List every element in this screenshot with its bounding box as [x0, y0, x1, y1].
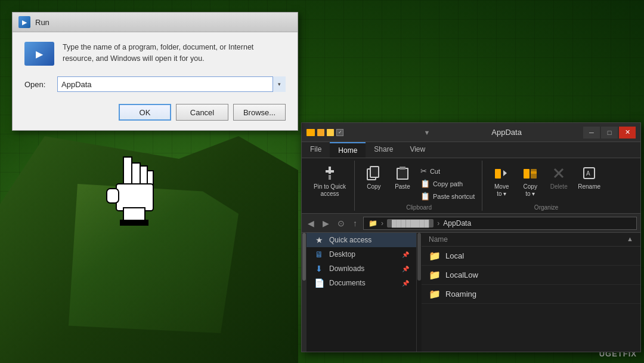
- paste-icon: [394, 165, 411, 182]
- sidebar-item-documents[interactable]: 📄 Documents 📌: [306, 276, 416, 290]
- ribbon-group-pin: Pin to Quickaccess: [305, 161, 355, 211]
- sort-indicator: ▲: [627, 235, 633, 242]
- paste-label: Paste: [395, 183, 410, 190]
- svg-rect-21: [524, 171, 530, 179]
- file-name-roaming: Roaming: [445, 290, 476, 299]
- organize-items: Moveto ▾ Copyto ▾: [488, 161, 604, 202]
- desktop-icon: 🖥: [314, 250, 324, 259]
- documents-icon: 📄: [314, 278, 324, 288]
- downloads-pin-icon: 📌: [402, 266, 409, 272]
- file-item-localow[interactable]: 📁 LocalLow: [422, 266, 640, 285]
- run-input[interactable]: [57, 76, 286, 92]
- close-button[interactable]: ✕: [619, 127, 636, 139]
- delete-label: Delete: [550, 183, 568, 190]
- up-button-recent[interactable]: ⊙: [335, 217, 347, 229]
- folder-icon-localow: 📁: [429, 269, 441, 281]
- delete-button[interactable]: Delete: [546, 163, 572, 192]
- svg-marker-19: [503, 170, 507, 176]
- desktop-pin-icon: 📌: [402, 251, 409, 258]
- move-to-button[interactable]: Moveto ▾: [488, 163, 515, 199]
- file-item-roaming[interactable]: 📁 Roaming: [422, 285, 640, 304]
- svg-text:A: A: [586, 170, 590, 177]
- address-folder-icon: 📁: [369, 219, 377, 227]
- explorer-titlebar: ✓ ▼ AppData ─ □ ✕: [302, 123, 640, 142]
- copy-path-icon: 📋: [420, 179, 430, 188]
- col-name-header: Name: [429, 235, 633, 244]
- run-open-label: Open:: [24, 80, 51, 89]
- sidebar-scrollbar[interactable]: [302, 233, 306, 352]
- run-ok-button[interactable]: OK: [119, 104, 171, 121]
- sidebar-quick-access[interactable]: ★ Quick access: [306, 233, 416, 247]
- run-body: Type the name of a program, folder, docu…: [13, 32, 298, 130]
- copy-button[interactable]: Copy: [361, 163, 387, 192]
- address-separator2: ›: [437, 219, 439, 227]
- minecraft-block-2: [60, 184, 239, 333]
- file-name-localow: LocalLow: [445, 270, 478, 279]
- svg-rect-18: [495, 171, 501, 179]
- tab-view[interactable]: View: [401, 142, 434, 158]
- folder-icon-1: [306, 129, 315, 136]
- clipboard-group-label: Clipboard: [406, 204, 432, 211]
- address-input[interactable]: 📁 › ████████ › AppData: [363, 217, 637, 230]
- folder-icon-roaming: 📁: [429, 288, 441, 300]
- clipboard-small-buttons: ✂ Cut 📋 Copy path 📋 Paste shortcut: [418, 163, 477, 202]
- maximize-button[interactable]: □: [601, 127, 618, 139]
- pin-label: Pin to Quickaccess: [314, 183, 346, 198]
- back-button[interactable]: ◀: [305, 217, 317, 229]
- run-browse-button[interactable]: Browse...: [233, 104, 286, 121]
- explorer-title-icons: ✓: [306, 129, 343, 136]
- minimize-button[interactable]: ─: [583, 127, 600, 139]
- run-titlebar: ▶ Run: [13, 13, 298, 32]
- ribbon-group-clipboard: Copy Paste: [356, 161, 482, 211]
- cut-icon: ✂: [420, 167, 427, 176]
- cut-button[interactable]: ✂ Cut: [418, 165, 477, 177]
- file-scrollbar[interactable]: [417, 233, 422, 352]
- titlebar-chevron: ▼: [423, 129, 430, 136]
- svg-rect-23: [531, 171, 537, 179]
- paste-shortcut-icon: 📋: [420, 192, 430, 201]
- svg-rect-10: [329, 175, 331, 180]
- run-cancel-button[interactable]: Cancel: [176, 104, 228, 121]
- forward-button[interactable]: ▶: [320, 217, 332, 229]
- checkmark-icon: ✓: [336, 129, 343, 136]
- quick-access-icon: ★: [314, 235, 324, 245]
- paste-shortcut-button[interactable]: 📋 Paste shortcut: [418, 190, 477, 202]
- run-dialog: ▶ Run Type the name of a program, folder…: [12, 12, 298, 131]
- rename-button[interactable]: A Rename: [574, 163, 604, 192]
- sidebar-item-desktop[interactable]: 🖥 Desktop 📌: [306, 247, 416, 262]
- copy-label: Copy: [367, 183, 380, 190]
- delete-icon: [550, 165, 567, 182]
- svg-rect-15: [397, 168, 408, 179]
- copy-to-button[interactable]: Copyto ▾: [517, 163, 543, 199]
- paste-button[interactable]: Paste: [389, 163, 416, 192]
- organize-group-label: Organize: [534, 204, 559, 211]
- file-item-local[interactable]: 📁 Local: [422, 247, 640, 266]
- run-dropdown-button[interactable]: ▾: [273, 76, 286, 92]
- pin-items: Pin to Quickaccess: [310, 161, 349, 211]
- up-button[interactable]: ↑: [351, 217, 360, 229]
- tab-home[interactable]: Home: [330, 142, 366, 158]
- documents-label: Documents: [329, 279, 366, 287]
- file-name-local: Local: [445, 251, 464, 260]
- tab-file[interactable]: File: [302, 142, 330, 158]
- move-to-icon: [493, 165, 510, 182]
- file-area: Name ▲ 📁 Local 📁 LocalLow 📁 Roaming: [422, 233, 640, 352]
- pin-quick-access-button[interactable]: Pin to Quickaccess: [310, 163, 349, 199]
- explorer-title: AppData: [434, 128, 580, 137]
- run-description: Type the name of a program, folder, docu…: [63, 42, 286, 64]
- run-title: Run: [35, 18, 49, 27]
- ribbon-group-organize: Moveto ▾ Copyto ▾: [484, 161, 609, 211]
- tab-share[interactable]: Share: [366, 142, 401, 158]
- svg-rect-9: [326, 170, 334, 173]
- svg-rect-12: [370, 167, 379, 177]
- run-buttons: OK Cancel Browse...: [24, 104, 286, 121]
- clipboard-items: Copy Paste: [361, 161, 477, 202]
- sidebar-item-downloads[interactable]: ⬇ Downloads 📌: [306, 262, 416, 276]
- run-icon: ▶: [18, 16, 30, 28]
- file-explorer: ✓ ▼ AppData ─ □ ✕ File Home Share View: [301, 122, 641, 352]
- copy-icon: [366, 165, 382, 182]
- ribbon-toolbar: Pin to Quickaccess Copy: [302, 158, 640, 214]
- address-separator: ›: [381, 219, 383, 227]
- copy-path-button[interactable]: 📋 Copy path: [418, 178, 477, 189]
- cut-label: Cut: [430, 168, 440, 175]
